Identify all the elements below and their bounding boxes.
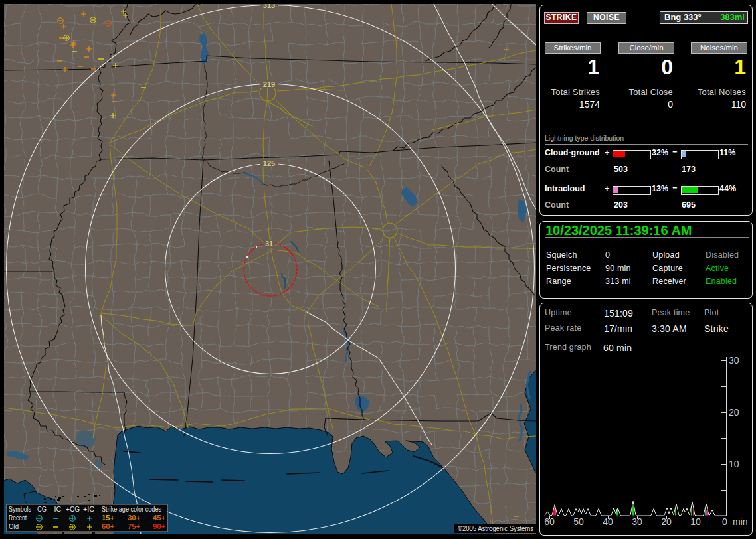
svg-text:+CG: +CG	[66, 505, 80, 513]
svg-text:15+: 15+	[102, 514, 114, 522]
svg-text:-CG: -CG	[35, 505, 47, 513]
svg-text:30+: 30+	[128, 514, 140, 522]
svg-text:90+: 90+	[153, 522, 165, 530]
svg-text:219: 219	[263, 80, 275, 88]
svg-text:Symbols: Symbols	[9, 505, 31, 513]
svg-text:Old: Old	[9, 522, 19, 530]
svg-text:125: 125	[263, 159, 275, 167]
svg-text:45+: 45+	[153, 514, 165, 522]
svg-text:60+: 60+	[102, 522, 114, 530]
svg-text:31: 31	[265, 240, 273, 248]
svg-text:©2005 Astrogenic Systems: ©2005 Astrogenic Systems	[458, 524, 533, 532]
svg-text:75+: 75+	[128, 522, 140, 530]
svg-text:+IC: +IC	[83, 505, 94, 513]
svg-text:Recent: Recent	[9, 514, 27, 522]
svg-text:-IC: -IC	[52, 505, 61, 513]
svg-text:Strike age color codes: Strike age color codes	[102, 505, 161, 513]
